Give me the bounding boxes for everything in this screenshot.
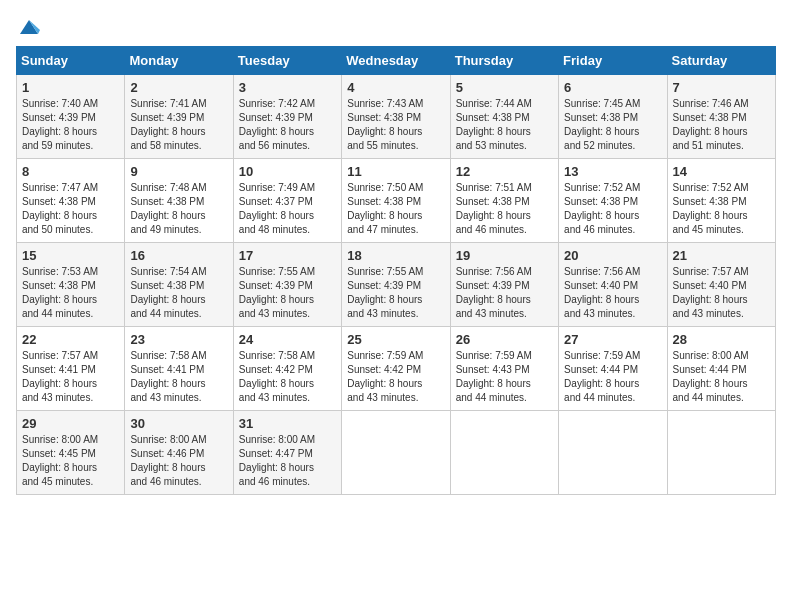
day-number: 5: [456, 80, 553, 95]
day-info: Sunrise: 7:58 AMSunset: 4:41 PMDaylight:…: [130, 350, 206, 403]
calendar-cell: 10 Sunrise: 7:49 AMSunset: 4:37 PMDaylig…: [233, 159, 341, 243]
day-info: Sunrise: 7:57 AMSunset: 4:40 PMDaylight:…: [673, 266, 749, 319]
day-info: Sunrise: 7:52 AMSunset: 4:38 PMDaylight:…: [673, 182, 749, 235]
calendar-cell: [450, 411, 558, 495]
day-number: 4: [347, 80, 444, 95]
day-number: 25: [347, 332, 444, 347]
calendar-header-monday: Monday: [125, 47, 233, 75]
day-info: Sunrise: 7:51 AMSunset: 4:38 PMDaylight:…: [456, 182, 532, 235]
day-number: 3: [239, 80, 336, 95]
day-info: Sunrise: 7:43 AMSunset: 4:38 PMDaylight:…: [347, 98, 423, 151]
day-number: 1: [22, 80, 119, 95]
day-number: 18: [347, 248, 444, 263]
day-number: 9: [130, 164, 227, 179]
day-number: 6: [564, 80, 661, 95]
day-info: Sunrise: 8:00 AMSunset: 4:45 PMDaylight:…: [22, 434, 98, 487]
calendar-week-5: 29 Sunrise: 8:00 AMSunset: 4:45 PMDaylig…: [17, 411, 776, 495]
day-info: Sunrise: 7:55 AMSunset: 4:39 PMDaylight:…: [239, 266, 315, 319]
calendar-table: SundayMondayTuesdayWednesdayThursdayFrid…: [16, 46, 776, 495]
calendar-cell: 11 Sunrise: 7:50 AMSunset: 4:38 PMDaylig…: [342, 159, 450, 243]
calendar-cell: 2 Sunrise: 7:41 AMSunset: 4:39 PMDayligh…: [125, 75, 233, 159]
calendar-cell: 15 Sunrise: 7:53 AMSunset: 4:38 PMDaylig…: [17, 243, 125, 327]
day-info: Sunrise: 7:58 AMSunset: 4:42 PMDaylight:…: [239, 350, 315, 403]
page-header: [16, 16, 776, 34]
day-info: Sunrise: 7:56 AMSunset: 4:39 PMDaylight:…: [456, 266, 532, 319]
calendar-cell: 18 Sunrise: 7:55 AMSunset: 4:39 PMDaylig…: [342, 243, 450, 327]
calendar-cell: 7 Sunrise: 7:46 AMSunset: 4:38 PMDayligh…: [667, 75, 775, 159]
calendar-cell: 23 Sunrise: 7:58 AMSunset: 4:41 PMDaylig…: [125, 327, 233, 411]
calendar-cell: 30 Sunrise: 8:00 AMSunset: 4:46 PMDaylig…: [125, 411, 233, 495]
day-info: Sunrise: 7:49 AMSunset: 4:37 PMDaylight:…: [239, 182, 315, 235]
calendar-header-saturday: Saturday: [667, 47, 775, 75]
day-info: Sunrise: 7:40 AMSunset: 4:39 PMDaylight:…: [22, 98, 98, 151]
day-number: 13: [564, 164, 661, 179]
calendar-week-4: 22 Sunrise: 7:57 AMSunset: 4:41 PMDaylig…: [17, 327, 776, 411]
day-number: 22: [22, 332, 119, 347]
day-number: 8: [22, 164, 119, 179]
calendar-cell: 14 Sunrise: 7:52 AMSunset: 4:38 PMDaylig…: [667, 159, 775, 243]
calendar-cell: 22 Sunrise: 7:57 AMSunset: 4:41 PMDaylig…: [17, 327, 125, 411]
day-info: Sunrise: 7:52 AMSunset: 4:38 PMDaylight:…: [564, 182, 640, 235]
day-number: 28: [673, 332, 770, 347]
day-info: Sunrise: 7:53 AMSunset: 4:38 PMDaylight:…: [22, 266, 98, 319]
day-number: 29: [22, 416, 119, 431]
calendar-cell: 25 Sunrise: 7:59 AMSunset: 4:42 PMDaylig…: [342, 327, 450, 411]
day-number: 20: [564, 248, 661, 263]
day-info: Sunrise: 8:00 AMSunset: 4:44 PMDaylight:…: [673, 350, 749, 403]
day-number: 24: [239, 332, 336, 347]
calendar-cell: 17 Sunrise: 7:55 AMSunset: 4:39 PMDaylig…: [233, 243, 341, 327]
day-info: Sunrise: 7:48 AMSunset: 4:38 PMDaylight:…: [130, 182, 206, 235]
day-number: 27: [564, 332, 661, 347]
day-info: Sunrise: 7:59 AMSunset: 4:44 PMDaylight:…: [564, 350, 640, 403]
day-info: Sunrise: 7:55 AMSunset: 4:39 PMDaylight:…: [347, 266, 423, 319]
calendar-cell: [667, 411, 775, 495]
day-info: Sunrise: 7:44 AMSunset: 4:38 PMDaylight:…: [456, 98, 532, 151]
logo-icon: [18, 16, 40, 38]
day-info: Sunrise: 7:50 AMSunset: 4:38 PMDaylight:…: [347, 182, 423, 235]
logo: [16, 16, 40, 34]
day-info: Sunrise: 7:46 AMSunset: 4:38 PMDaylight:…: [673, 98, 749, 151]
day-info: Sunrise: 7:54 AMSunset: 4:38 PMDaylight:…: [130, 266, 206, 319]
calendar-header-friday: Friday: [559, 47, 667, 75]
day-info: Sunrise: 8:00 AMSunset: 4:46 PMDaylight:…: [130, 434, 206, 487]
calendar-week-2: 8 Sunrise: 7:47 AMSunset: 4:38 PMDayligh…: [17, 159, 776, 243]
calendar-cell: 6 Sunrise: 7:45 AMSunset: 4:38 PMDayligh…: [559, 75, 667, 159]
calendar-week-3: 15 Sunrise: 7:53 AMSunset: 4:38 PMDaylig…: [17, 243, 776, 327]
day-number: 17: [239, 248, 336, 263]
day-number: 23: [130, 332, 227, 347]
calendar-cell: 12 Sunrise: 7:51 AMSunset: 4:38 PMDaylig…: [450, 159, 558, 243]
calendar-header-sunday: Sunday: [17, 47, 125, 75]
day-number: 12: [456, 164, 553, 179]
day-number: 16: [130, 248, 227, 263]
calendar-cell: 31 Sunrise: 8:00 AMSunset: 4:47 PMDaylig…: [233, 411, 341, 495]
calendar-cell: 1 Sunrise: 7:40 AMSunset: 4:39 PMDayligh…: [17, 75, 125, 159]
calendar-cell: 29 Sunrise: 8:00 AMSunset: 4:45 PMDaylig…: [17, 411, 125, 495]
calendar-header-wednesday: Wednesday: [342, 47, 450, 75]
calendar-header-thursday: Thursday: [450, 47, 558, 75]
day-info: Sunrise: 7:56 AMSunset: 4:40 PMDaylight:…: [564, 266, 640, 319]
calendar-cell: 28 Sunrise: 8:00 AMSunset: 4:44 PMDaylig…: [667, 327, 775, 411]
day-number: 21: [673, 248, 770, 263]
day-number: 10: [239, 164, 336, 179]
calendar-header-row: SundayMondayTuesdayWednesdayThursdayFrid…: [17, 47, 776, 75]
day-info: Sunrise: 7:41 AMSunset: 4:39 PMDaylight:…: [130, 98, 206, 151]
day-number: 19: [456, 248, 553, 263]
day-info: Sunrise: 7:42 AMSunset: 4:39 PMDaylight:…: [239, 98, 315, 151]
calendar-cell: 21 Sunrise: 7:57 AMSunset: 4:40 PMDaylig…: [667, 243, 775, 327]
calendar-cell: 13 Sunrise: 7:52 AMSunset: 4:38 PMDaylig…: [559, 159, 667, 243]
day-number: 7: [673, 80, 770, 95]
calendar-cell: 9 Sunrise: 7:48 AMSunset: 4:38 PMDayligh…: [125, 159, 233, 243]
calendar-cell: 27 Sunrise: 7:59 AMSunset: 4:44 PMDaylig…: [559, 327, 667, 411]
calendar-cell: 24 Sunrise: 7:58 AMSunset: 4:42 PMDaylig…: [233, 327, 341, 411]
calendar-cell: [559, 411, 667, 495]
calendar-cell: 4 Sunrise: 7:43 AMSunset: 4:38 PMDayligh…: [342, 75, 450, 159]
calendar-cell: 20 Sunrise: 7:56 AMSunset: 4:40 PMDaylig…: [559, 243, 667, 327]
day-number: 15: [22, 248, 119, 263]
day-number: 30: [130, 416, 227, 431]
day-info: Sunrise: 7:57 AMSunset: 4:41 PMDaylight:…: [22, 350, 98, 403]
day-info: Sunrise: 7:47 AMSunset: 4:38 PMDaylight:…: [22, 182, 98, 235]
calendar-cell: [342, 411, 450, 495]
calendar-week-1: 1 Sunrise: 7:40 AMSunset: 4:39 PMDayligh…: [17, 75, 776, 159]
day-number: 11: [347, 164, 444, 179]
day-info: Sunrise: 7:59 AMSunset: 4:43 PMDaylight:…: [456, 350, 532, 403]
